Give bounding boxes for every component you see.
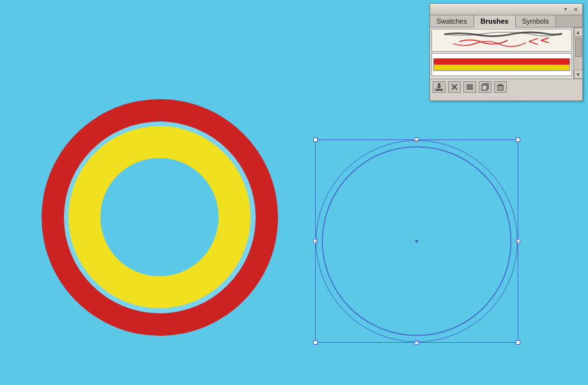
scroll-down-button[interactable]: ▼ <box>574 70 583 79</box>
svg-rect-5 <box>467 84 473 86</box>
handle-bottom-right[interactable] <box>516 340 520 345</box>
panel-scrollbar[interactable]: ▲ ▼ <box>573 28 582 79</box>
tab-symbols[interactable]: Symbols <box>516 15 556 27</box>
svg-rect-7 <box>467 88 473 90</box>
svg-rect-6 <box>467 86 473 88</box>
handle-top-left[interactable] <box>313 138 318 142</box>
delete-brush-icon <box>451 83 458 91</box>
svg-rect-2 <box>438 83 440 88</box>
concentric-rings <box>42 99 278 336</box>
tab-brushes[interactable]: Brushes <box>474 15 516 28</box>
scroll-up-button[interactable]: ▲ <box>574 28 583 36</box>
svg-rect-12 <box>499 84 502 86</box>
brush-duplicate-button[interactable] <box>479 81 491 93</box>
brush-stroke-svg-1 <box>432 29 571 51</box>
scroll-thumb[interactable] <box>575 38 582 57</box>
panel-tabs: Swatches Brushes Symbols <box>430 15 582 28</box>
svg-point-0 <box>322 146 511 335</box>
svg-rect-9 <box>482 85 487 90</box>
handle-top-right[interactable] <box>516 138 520 142</box>
brush-list-button[interactable] <box>463 81 476 93</box>
handle-bottom-left[interactable] <box>313 340 318 345</box>
svg-rect-1 <box>435 89 443 91</box>
selection-circle-svg <box>316 140 518 342</box>
toolbar-left-icons <box>433 81 445 93</box>
panel-content <box>430 28 573 79</box>
panel-drag-handle[interactable]: · · · · · · · · · <box>430 95 582 100</box>
panel-title-bar[interactable]: ▾ ✕ <box>430 4 582 15</box>
brush-list-icon <box>466 83 474 91</box>
trash-icon <box>497 83 504 91</box>
panel-collapse-button[interactable]: ▾ <box>563 6 568 13</box>
panel-content-wrapper: ▲ ▼ <box>430 28 582 79</box>
selection-box[interactable] <box>315 139 518 343</box>
delete-brush-button[interactable] <box>448 81 461 93</box>
brush-bar-inner <box>433 58 570 71</box>
panel-close-button[interactable]: ✕ <box>572 6 580 13</box>
brushes-panel: ▾ ✕ Swatches Brushes Symbols <box>429 3 583 101</box>
new-brush-icon <box>435 82 444 91</box>
brush-item-2[interactable] <box>431 53 572 76</box>
tab-swatches[interactable]: Swatches <box>430 15 474 27</box>
brush-item-1[interactable] <box>431 29 572 52</box>
svg-rect-10 <box>498 86 503 90</box>
brush-duplicate-icon <box>481 83 489 91</box>
panel-toolbar <box>430 79 582 94</box>
new-brush-button[interactable] <box>433 81 445 93</box>
ring-inner-hole <box>100 158 219 276</box>
remove-brush-button[interactable] <box>494 81 507 93</box>
